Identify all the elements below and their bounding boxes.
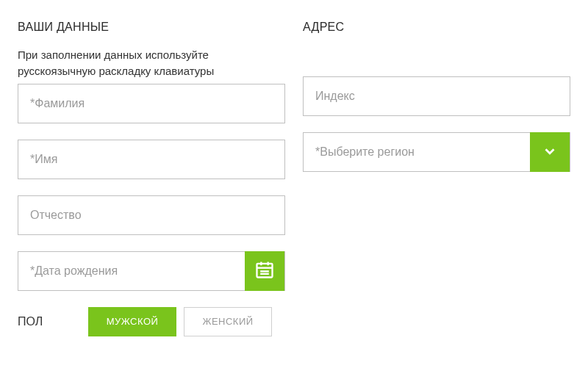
region-placeholder: *Выберите регион	[304, 145, 530, 159]
section-heading-address: АДРЕС	[303, 21, 570, 34]
gender-label: ПОЛ	[18, 315, 88, 328]
dob-field[interactable]	[18, 251, 285, 291]
helper-text: При заполнении данных используйте русско…	[18, 47, 285, 79]
dob-input[interactable]	[18, 252, 245, 290]
gender-row: ПОЛ МУЖСКОЙ ЖЕНСКИЙ	[18, 307, 285, 336]
gender-female-button[interactable]: ЖЕНСКИЙ	[184, 307, 272, 336]
surname-field[interactable]	[18, 84, 285, 123]
calendar-button[interactable]	[245, 251, 284, 291]
name-field[interactable]	[18, 140, 285, 179]
patronymic-field[interactable]	[18, 195, 285, 235]
surname-input[interactable]	[18, 84, 284, 123]
gender-male-button[interactable]: МУЖСКОЙ	[88, 307, 176, 336]
patronymic-input[interactable]	[18, 196, 284, 234]
index-field[interactable]	[303, 76, 570, 116]
region-dropdown-button[interactable]	[530, 132, 570, 172]
calendar-icon	[254, 259, 275, 282]
spacer	[303, 47, 570, 76]
region-select[interactable]: *Выберите регион	[303, 132, 570, 172]
chevron-down-icon	[542, 143, 558, 162]
address-section: АДРЕС *Выберите регион	[303, 21, 570, 336]
section-heading-personal: ВАШИ ДАННЫЕ	[18, 21, 285, 34]
index-input[interactable]	[304, 77, 570, 115]
name-input[interactable]	[18, 140, 284, 179]
personal-data-section: ВАШИ ДАННЫЕ При заполнении данных исполь…	[18, 21, 285, 336]
